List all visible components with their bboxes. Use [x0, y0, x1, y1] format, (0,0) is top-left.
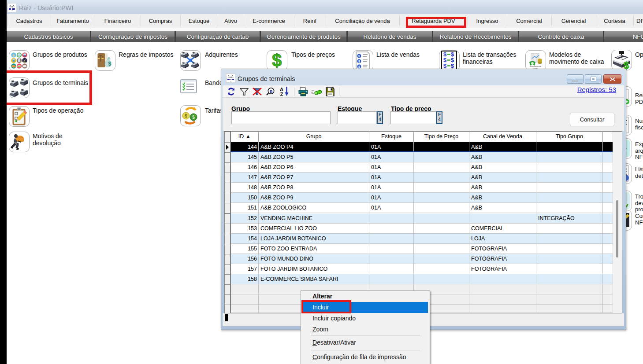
svg-text:$: $	[185, 114, 187, 118]
svg-text:$: $	[108, 61, 112, 67]
svg-text:$: $	[443, 63, 447, 69]
svg-text:$: $	[358, 60, 360, 63]
svg-text:$: $	[358, 65, 360, 69]
svg-text:$: $	[192, 115, 195, 120]
svg-text:$: $	[451, 63, 454, 69]
svg-text:A: A	[280, 87, 283, 92]
svg-text:$: $	[272, 51, 282, 70]
svg-text:n: n	[270, 88, 273, 94]
svg-text:$: $	[358, 55, 360, 58]
svg-text:Z: Z	[280, 92, 283, 96]
